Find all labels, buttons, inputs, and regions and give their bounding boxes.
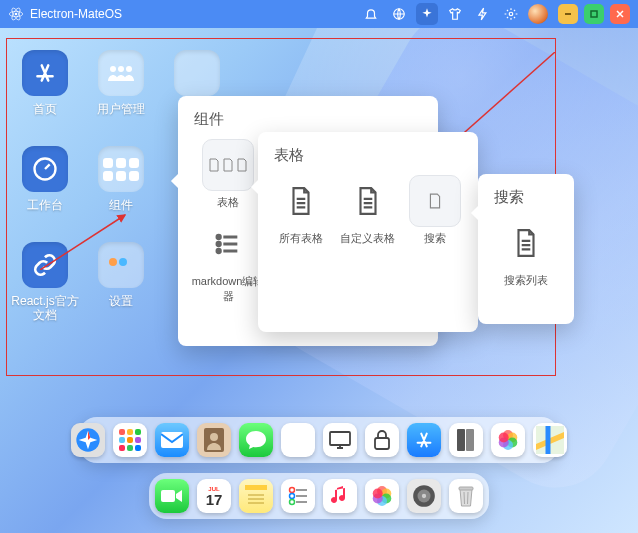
electron-logo-icon xyxy=(8,6,24,22)
popover-title: 组件 xyxy=(178,96,438,135)
minimize-button[interactable] xyxy=(558,4,578,24)
maximize-button[interactable] xyxy=(584,4,604,24)
panel-item-label: 自定义表格 xyxy=(337,231,400,246)
popover-table: 表格 所有表格 自定义表格 搜索 xyxy=(258,132,478,332)
svg-point-18 xyxy=(217,242,221,246)
panel-item-custom-table[interactable]: 自定义表格 xyxy=(337,175,400,246)
close-button[interactable] xyxy=(610,4,630,24)
panel-item-markdown[interactable]: markdown编辑器 xyxy=(190,218,266,304)
titlebar: Electron-MateOS xyxy=(0,0,638,28)
desktop-label: 设置 xyxy=(86,294,156,308)
desktop-icon-users[interactable]: 用户管理 xyxy=(86,50,156,116)
panel-item-search[interactable]: 搜索 xyxy=(403,175,466,246)
svg-point-11 xyxy=(118,66,124,72)
svg-point-15 xyxy=(119,258,127,266)
svg-point-14 xyxy=(109,258,117,266)
panel-item-label: 所有表格 xyxy=(270,231,333,246)
tray-shirt-icon[interactable] xyxy=(444,3,466,25)
app-title: Electron-MateOS xyxy=(30,7,122,21)
tray-gear-icon[interactable] xyxy=(500,3,522,25)
desktop-icon-dashboard[interactable]: 工作台 xyxy=(10,146,80,212)
panel-item-label: 搜索列表 xyxy=(500,273,552,288)
svg-point-12 xyxy=(126,66,132,72)
page-icon xyxy=(409,175,461,227)
tray-bell-icon[interactable] xyxy=(360,3,382,25)
grid-icon xyxy=(98,146,144,192)
users-icon xyxy=(98,50,144,96)
desktop-icon-components[interactable]: 组件 xyxy=(86,146,156,212)
panel-item-label: markdown编辑器 xyxy=(190,274,266,304)
svg-rect-7 xyxy=(591,11,597,17)
desktop-label: 工作台 xyxy=(10,198,80,212)
panel-item-label: 搜索 xyxy=(403,231,466,246)
document-icon xyxy=(275,175,327,227)
pages-icon xyxy=(202,139,254,191)
svg-point-19 xyxy=(217,249,221,253)
popover-title: 表格 xyxy=(258,132,478,171)
desktop-label: 首页 xyxy=(10,102,80,116)
svg-point-0 xyxy=(15,13,18,16)
blank-tile-icon xyxy=(174,50,220,96)
tray-sparkle-icon[interactable] xyxy=(416,3,438,25)
svg-point-17 xyxy=(217,235,221,239)
desktop-label: 组件 xyxy=(86,198,156,212)
tray-lightning-icon[interactable] xyxy=(472,3,494,25)
link-icon xyxy=(22,242,68,288)
window-controls xyxy=(558,4,630,24)
document-icon xyxy=(500,217,552,269)
desktop-icon-blank[interactable] xyxy=(162,50,232,102)
desktop-label: React.js官方文档 xyxy=(10,294,80,323)
popover-title: 搜索 xyxy=(478,174,574,213)
system-tray xyxy=(360,3,548,25)
popover-search: 搜索 搜索列表 xyxy=(478,174,574,324)
desktop-icon-react[interactable]: React.js官方文档 xyxy=(10,242,80,323)
appstore-a-icon xyxy=(22,50,68,96)
tray-avatar[interactable] xyxy=(528,4,548,24)
panel-item-search-list[interactable]: 搜索列表 xyxy=(500,217,552,288)
panel-item-table[interactable]: 表格 xyxy=(190,139,266,210)
panel-item-all-tables[interactable]: 所有表格 xyxy=(270,175,333,246)
desktop-icon-home[interactable]: 首页 xyxy=(10,50,80,116)
tray-globe-icon[interactable] xyxy=(388,3,410,25)
svg-point-5 xyxy=(509,12,513,16)
document-icon xyxy=(342,175,394,227)
panel-item-label: 表格 xyxy=(190,195,266,210)
desktop-icon-settings[interactable]: 设置 xyxy=(86,242,156,308)
gauge-icon xyxy=(22,146,68,192)
svg-point-10 xyxy=(110,66,116,72)
list-icon xyxy=(202,218,254,270)
desktop-label: 用户管理 xyxy=(86,102,156,116)
settings-mini-icon xyxy=(98,242,144,288)
